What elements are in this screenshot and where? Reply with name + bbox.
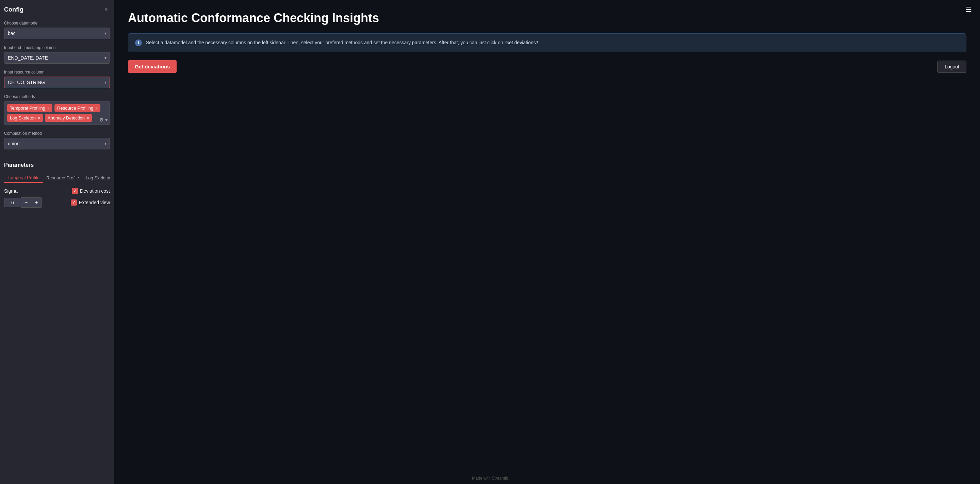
- methods-dropdown-icon[interactable]: ▾: [105, 117, 108, 123]
- datamodel-select[interactable]: bac: [4, 27, 110, 39]
- sidebar-header: Config ×: [4, 5, 110, 14]
- info-box: i Select a datamodel and the necessary c…: [128, 33, 966, 52]
- footer: Made with Streamlit: [472, 476, 508, 481]
- end-timestamp-section: Input end-timestamp column END_DATE, DAT…: [4, 45, 110, 70]
- sidebar-title: Config: [4, 6, 24, 13]
- resource-column-section: Input resource column CE_UO, STRING ▾: [4, 70, 110, 94]
- params-tabs-row: Temporal Profile Resource Profile Log Sk…: [4, 173, 110, 183]
- datamodel-section: Choose datamodel bac ▾: [4, 21, 110, 45]
- remove-temporal-profiling-icon[interactable]: ×: [47, 106, 50, 110]
- method-tag-anomaly-detection[interactable]: Anomaly Detection ×: [45, 114, 92, 122]
- params-content: Sigma Deviation cost 6 − + Extended view: [4, 188, 110, 211]
- methods-label: Choose methods: [4, 94, 110, 99]
- remove-resource-profiling-icon[interactable]: ×: [95, 106, 98, 110]
- params-title: Parameters: [4, 162, 110, 168]
- tab-resource-profile[interactable]: Resource Profile: [43, 173, 82, 183]
- combination-label: Combination method: [4, 131, 110, 136]
- tab-log-skeleton[interactable]: Log Skeleton: [82, 173, 110, 183]
- sigma-row: Sigma Deviation cost: [4, 188, 110, 194]
- deviation-cost-label: Deviation cost: [80, 188, 110, 194]
- resource-column-select-wrapper: CE_UO, STRING ▾: [4, 76, 110, 88]
- method-tag-label: Log Skeleton: [10, 115, 36, 121]
- sidebar-close-button[interactable]: ×: [102, 5, 110, 14]
- sigma-decrement-button[interactable]: −: [21, 197, 31, 208]
- method-tag-label: Temporal Profiling: [10, 105, 45, 111]
- params-divider: [4, 157, 110, 157]
- sigma-label: Sigma: [4, 188, 18, 194]
- sigma-increment-button[interactable]: +: [31, 197, 41, 208]
- method-tag-log-skeleton[interactable]: Log Skeleton ×: [7, 114, 43, 122]
- footer-text: Made with Streamlit: [472, 476, 508, 481]
- extended-view-checkbox[interactable]: [71, 199, 77, 205]
- sigma-stepper: 6 − +: [4, 197, 42, 208]
- sigma-stepper-row: 6 − + Extended view: [4, 197, 110, 208]
- tab-temporal-profile[interactable]: Temporal Profile: [4, 173, 43, 183]
- methods-multiselect[interactable]: Temporal Profiling × Resource Profiling …: [4, 101, 110, 125]
- extended-view-checkbox-label[interactable]: Extended view: [71, 199, 110, 205]
- info-icon: i: [135, 40, 142, 46]
- info-message: Select a datamodel and the necessary col…: [146, 39, 538, 46]
- end-timestamp-label: Input end-timestamp column: [4, 45, 110, 50]
- sidebar: Config × Choose datamodel bac ▾ Input en…: [0, 0, 115, 484]
- sigma-value: 6: [4, 198, 21, 207]
- methods-gear-icon[interactable]: ⚙: [99, 117, 104, 123]
- logout-button[interactable]: Logout: [937, 61, 966, 73]
- combination-select[interactable]: union intersection: [4, 138, 110, 150]
- end-timestamp-select[interactable]: END_DATE, DATE: [4, 52, 110, 64]
- page-title: Automatic Conformance Checking Insights: [128, 11, 966, 25]
- methods-section: Choose methods Temporal Profiling × Reso…: [4, 94, 110, 131]
- deviation-cost-checkbox-label[interactable]: Deviation cost: [72, 188, 110, 194]
- main-content: ☰ Automatic Conformance Checking Insight…: [115, 0, 980, 484]
- deviation-cost-checkbox[interactable]: [72, 188, 78, 194]
- end-timestamp-select-wrapper: END_DATE, DATE ▾: [4, 52, 110, 64]
- resource-column-select[interactable]: CE_UO, STRING: [4, 76, 110, 88]
- datamodel-label: Choose datamodel: [4, 21, 110, 25]
- method-tag-label: Anomaly Detection: [48, 115, 85, 121]
- actions-row: Get deviations Logout: [128, 60, 966, 73]
- get-deviations-button[interactable]: Get deviations: [128, 60, 177, 73]
- remove-log-skeleton-icon[interactable]: ×: [38, 116, 40, 120]
- extended-view-label: Extended view: [79, 200, 110, 205]
- methods-controls: ⚙ ▾: [99, 117, 108, 123]
- method-tag-label: Resource Profiling: [57, 105, 93, 111]
- method-tag-resource-profiling[interactable]: Resource Profiling ×: [54, 104, 100, 112]
- method-tag-temporal-profiling[interactable]: Temporal Profiling ×: [7, 104, 52, 112]
- resource-column-label: Input resource column: [4, 70, 110, 75]
- combination-select-wrapper: union intersection ▾: [4, 138, 110, 150]
- remove-anomaly-detection-icon[interactable]: ×: [87, 116, 89, 120]
- combination-section: Combination method union intersection ▾: [4, 131, 110, 156]
- datamodel-select-wrapper: bac ▾: [4, 27, 110, 39]
- hamburger-menu-button[interactable]: ☰: [966, 5, 972, 14]
